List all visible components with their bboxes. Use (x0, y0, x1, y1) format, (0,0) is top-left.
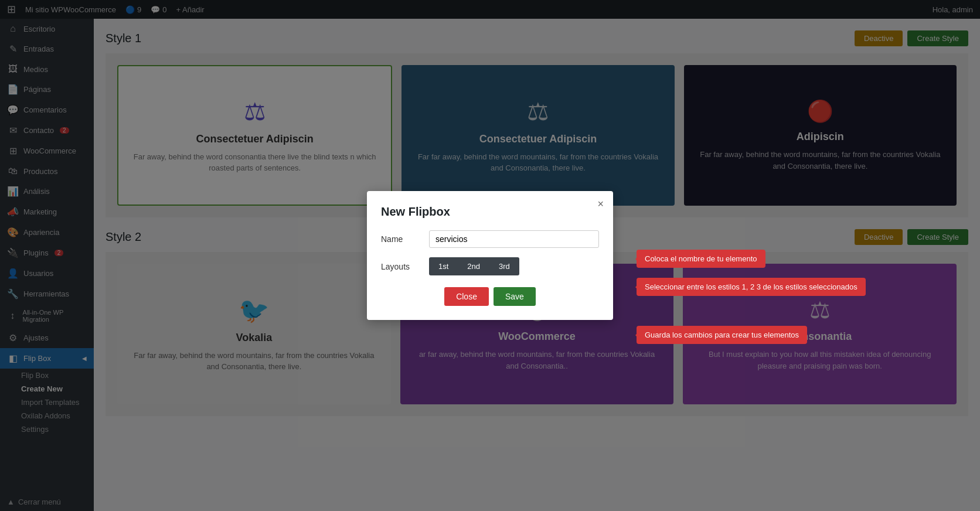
modal-name-field: Name Coloca el nombre de tu elemento (381, 230, 599, 248)
modal-layouts-field: Layouts 1st 2nd 3rd Seleccionar entre lo… (381, 257, 599, 275)
tooltip-layout: Seleccionar entre los estilos 1, 2 3 de … (637, 278, 866, 296)
modal-overlay[interactable]: New Flipbox × Name Coloca el nombre de t… (0, 0, 980, 511)
new-flipbox-modal: New Flipbox × Name Coloca el nombre de t… (367, 191, 613, 320)
modal-actions: Close Save Guarda los cambios para crear… (381, 287, 599, 306)
modal-title: New Flipbox (381, 205, 599, 219)
layout-btn-3rd[interactable]: 3rd (489, 257, 519, 275)
layout-btn-1st[interactable]: 1st (429, 257, 458, 275)
tooltip-save: Guarda los cambios para crear tus elemen… (637, 326, 807, 344)
layout-btn-2nd[interactable]: 2nd (458, 257, 489, 275)
tooltip-name: Coloca el nombre de tu elemento (637, 250, 765, 268)
modal-layouts-label: Layouts (381, 262, 422, 271)
modal-name-label: Name (381, 234, 422, 244)
modal-close-button[interactable]: × (597, 198, 604, 210)
modal-name-input[interactable] (429, 230, 599, 248)
modal-save-btn[interactable]: Save (494, 287, 536, 306)
modal-close-btn[interactable]: Close (444, 287, 489, 306)
layout-buttons: 1st 2nd 3rd (429, 257, 519, 275)
